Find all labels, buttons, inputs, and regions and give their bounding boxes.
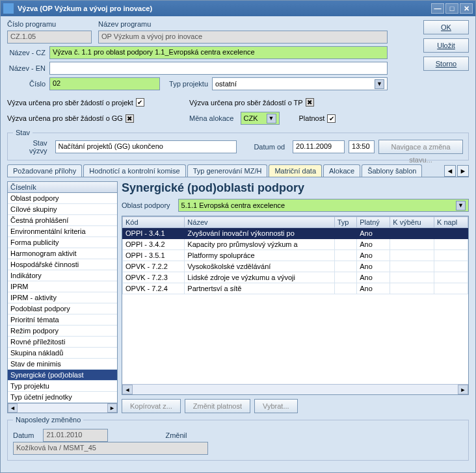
footer-datum-label: Datum [13,431,38,439]
sidebar-item[interactable]: Synergické (pod)oblast [8,370,117,381]
table-cell: Partnertsví a sítě [185,283,334,294]
scroll-right-icon[interactable]: ► [107,403,117,413]
sidebar-item[interactable]: Rovné příležitosti [8,337,117,348]
tab-mzh[interactable]: Typ generování MZ/H [187,164,268,177]
sidebar-item[interactable]: Prioritní témata [8,314,117,326]
table-cell [390,228,434,239]
oblast-dropdown[interactable]: 5.1.1 Evropská centra excelence ▼ [178,199,469,212]
table-cell: OPPI - 3.5.1 [123,250,185,261]
table-cell: OPPI - 3.4.2 [123,239,185,250]
sidebar-item[interactable]: Environmentální kriteria [8,226,117,237]
chk-gg[interactable]: ✖ [126,114,134,123]
cislo-label: Číslo [7,80,49,88]
grid-column-header[interactable]: Kód [123,217,185,228]
table-cell [390,261,434,272]
minimize-icon[interactable]: — [431,3,444,14]
grid-scroll-left-icon[interactable]: ◄ [122,385,133,394]
table-row[interactable]: OPVK - 7.2.2Vysokoškolské vzděláváníAno [123,261,468,272]
maximize-icon[interactable]: □ [445,3,458,14]
sidebar-item[interactable]: Oblast podpory [8,193,117,204]
chk-gg-label: Výzva určena pro sběr žádostí o GG [7,114,123,122]
tab-matricni[interactable]: Matriční data [269,164,322,177]
footer-datum-field: 21.01.2010 [43,429,108,442]
tab-alokace[interactable]: Alokace [323,164,360,177]
cislo-field[interactable]: 02 [49,77,160,90]
tab-prilohy[interactable]: Požadované přílohy [7,164,82,177]
main-panel: Číselník Oblast podporyCílové skupinyČes… [7,181,469,413]
typ-projektu-label: Typ projektu [166,80,212,88]
typ-projektu-value: ostatní [215,80,237,88]
nazev-en-field[interactable] [49,62,388,75]
copy-button[interactable]: Kopírovat z... [122,399,181,413]
sidebar-item[interactable]: Forma publicity [8,237,117,248]
select-button[interactable]: Vybrat... [254,399,298,413]
chk-tp-label: Výzva určena pro sběr žádostí o TP [189,99,303,107]
sidebar-item[interactable]: Režim podpory [8,326,117,337]
ok-button[interactable]: OK [423,20,469,34]
sidebar-item[interactable]: Skupina nákladů [8,348,117,359]
close-icon[interactable]: ✕ [460,3,473,14]
table-row[interactable]: OPVK - 7.2.3Lidské zdroje ve výzkumu a v… [123,272,468,283]
table-cell: Ano [357,272,390,283]
sidebar-item[interactable]: Čestná prohlášení [8,215,117,226]
sidebar-item[interactable]: Indikátory [8,270,117,281]
scroll-left-icon[interactable]: ◄ [8,403,18,413]
save-button[interactable]: Uložit [423,38,469,53]
stav-legend: Stav [13,129,33,136]
nazev-cz-field[interactable]: Výzva č. 1.1 pro oblast podpory 1.1_Evro… [49,46,388,59]
table-cell: Ano [357,250,390,261]
table-row[interactable]: OPVK - 7.2.4Partnertsví a sítěAno [123,283,468,294]
table-cell [334,239,357,250]
typ-projektu-dropdown[interactable]: ostatní ▼ [212,77,388,90]
table-cell [434,272,468,283]
sidebar-item[interactable]: Cílové skupiny [8,204,117,215]
grid-column-header[interactable]: K výběru [390,217,434,228]
scroll-track[interactable] [18,403,107,413]
detail-panel: Synergické (pod)oblasti podpory Oblast p… [122,181,469,413]
grid-scroll-track[interactable] [133,385,458,394]
chk-platnost[interactable]: ✔ [327,114,336,123]
sidebar-item[interactable]: Typ projektu [8,381,117,392]
sidebar-item[interactable]: Typ účetní jednotky [8,392,117,403]
grid-column-header[interactable]: K napl [434,217,468,228]
table-row[interactable]: OPPI - 3.4.2Kapacity pro průmyslový výzk… [123,239,468,250]
tab-scroll-left-icon[interactable]: ◄ [444,165,456,177]
sidebar-item[interactable]: Podoblast podpory [8,303,117,314]
grid-column-header[interactable]: Typ [334,217,357,228]
table-cell [334,272,357,283]
oblast-label: Oblast podpory [122,201,174,209]
chk-tp[interactable]: ✖ [306,98,314,107]
table-cell [334,261,357,272]
table-row[interactable]: OPPI - 3.5.1Platformy spolupráceAno [123,250,468,261]
table-cell: OPVK - 7.2.4 [123,283,185,294]
nav-button[interactable]: Navigace a změna stavu... [378,140,463,154]
sidebar-item[interactable]: IPRM [8,281,117,292]
grid-scroll-right-icon[interactable]: ► [458,385,468,394]
sidebar-item[interactable]: Harmonogram aktivit [8,248,117,259]
oblast-value: 5.1.1 Evropská centra excelence [181,201,285,209]
footer-legend: Naposledy změněno [13,416,83,424]
tab-komise[interactable]: Hodnotící a kontrolní komise [83,164,185,177]
chevron-down-icon: ▼ [267,114,276,123]
titlebar: Výzva (OP Výzkum a vývoj pro inovace) — … [1,1,475,16]
tab-sablony[interactable]: Šablony šablon [362,164,422,177]
grid-column-header[interactable]: Název [185,217,334,228]
table-row[interactable]: OPPI - 3.4.1Zvyšování inovační výkonnost… [123,228,468,239]
sidebar-header[interactable]: Číselník [8,182,117,193]
tab-scroll-right-icon[interactable]: ► [457,165,469,177]
table-cell: OPVK - 7.2.2 [123,261,185,272]
change-platnost-button[interactable]: Změnit platnost [185,399,250,413]
table-cell: Vysokoškolské vzdělávání [185,261,334,272]
chk-projekt[interactable]: ✔ [136,98,144,107]
sidebar-item[interactable]: Stav de minimis [8,359,117,370]
mena-dropdown[interactable]: CZK ▼ [241,112,280,125]
table-cell [390,272,434,283]
cancel-button[interactable]: Storno [423,57,469,71]
footer-fieldset: Naposledy změněno Datum 21.01.2010 Změni… [7,416,469,461]
sidebar-item[interactable]: IPRM - aktivity [8,292,117,303]
cislo-programu-field: CZ.1.05 [7,31,92,44]
grid-column-header[interactable]: Platný [357,217,390,228]
sidebar-item[interactable]: Hospodářské činnosti [8,259,117,270]
table-cell [334,228,357,239]
mena-label: Měna alokace [189,114,238,122]
